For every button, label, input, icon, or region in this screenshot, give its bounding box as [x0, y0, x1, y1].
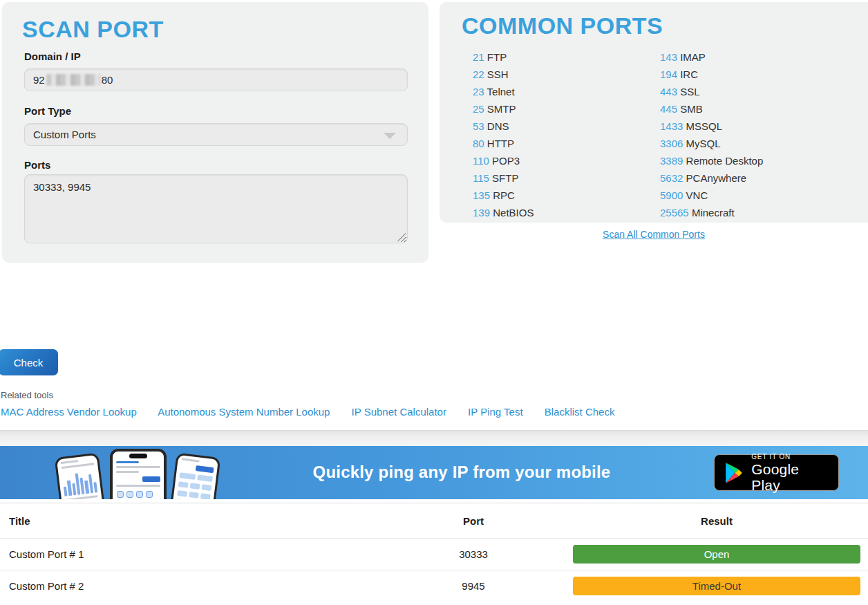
- google-play-badge[interactable]: GET IT ON Google Play: [714, 454, 839, 491]
- common-port-item: 110 POP3: [473, 152, 534, 169]
- link-blacklist-check[interactable]: Blacklist Check: [545, 406, 615, 418]
- page: SCAN PORT Domain / IP 9280 Port Type Cus…: [0, 0, 868, 605]
- common-ports-column-left: 21 FTP 22 SSH 23 Telnet 25 SMTP 53 DNS 8…: [473, 48, 534, 221]
- common-port-item: 135 RPC: [473, 187, 534, 204]
- port-type-select[interactable]: Custom Ports: [24, 123, 408, 146]
- port-number-link[interactable]: 143: [660, 51, 677, 63]
- google-play-get-it-on: GET IT ON: [751, 453, 830, 461]
- ports-textarea[interactable]: 30333, 9945: [24, 174, 408, 243]
- common-port-item: 23 Telnet: [473, 83, 534, 100]
- common-port-item: 3306 MySQL: [660, 135, 763, 152]
- common-port-item: 25 SMTP: [473, 100, 534, 118]
- common-port-item: 22 SSH: [473, 66, 534, 83]
- port-number-link[interactable]: 139: [473, 207, 490, 218]
- ports-label: Ports: [24, 159, 50, 171]
- link-mac-address-vendor-lookup[interactable]: MAC Address Vendor Lookup: [1, 406, 137, 418]
- common-ports-panel: COMMON PORTS 21 FTP 22 SSH 23 Telnet 25 …: [440, 2, 868, 223]
- banner-headline: Quickly ping any IP from your mobile: [221, 463, 702, 482]
- google-play-icon: [724, 461, 744, 485]
- common-port-item: 3389 Remote Desktop: [660, 152, 763, 169]
- link-ip-ping-test[interactable]: IP Ping Test: [468, 406, 523, 418]
- port-number-link[interactable]: 22: [473, 68, 484, 80]
- status-badge-timedout: Timed-Out: [573, 577, 860, 595]
- common-port-item: 443 SSL: [660, 83, 763, 100]
- mobile-app-banner: Quickly ping any IP from your mobile GET…: [0, 446, 868, 499]
- port-number-link[interactable]: 25565: [660, 207, 689, 218]
- port-number-link[interactable]: 443: [660, 86, 677, 97]
- scan-port-title: SCAN PORT: [22, 16, 164, 43]
- results-header-row: Title Port Result: [0, 503, 868, 538]
- common-port-item: 5632 PCAnywhere: [660, 169, 763, 187]
- google-play-label: Google Play: [751, 461, 830, 493]
- header-result: Result: [567, 515, 868, 527]
- common-port-item: 21 FTP: [473, 48, 534, 66]
- common-port-item: 80 HTTP: [473, 135, 534, 152]
- domain-ip-value-suffix: 80: [102, 74, 113, 86]
- port-number-link[interactable]: 1433: [660, 120, 683, 132]
- common-port-item: 143 IMAP: [660, 48, 763, 66]
- header-title: Title: [0, 515, 380, 527]
- chevron-down-icon: [384, 133, 396, 139]
- port-type-label: Port Type: [24, 105, 71, 117]
- common-ports-title: COMMON PORTS: [462, 12, 663, 39]
- common-port-item: 5900 VNC: [660, 187, 763, 204]
- row-title: Custom Port # 2: [0, 580, 380, 592]
- common-port-item: 194 IRC: [660, 66, 763, 83]
- divider-band: [0, 430, 868, 446]
- common-port-item: 53 DNS: [473, 118, 534, 135]
- row-port: 30333: [380, 548, 567, 560]
- port-number-link[interactable]: 194: [660, 68, 677, 80]
- common-port-item: 25565 Minecraft: [660, 204, 763, 221]
- domain-ip-input[interactable]: 9280: [24, 68, 408, 91]
- port-number-link[interactable]: 115: [473, 172, 489, 184]
- port-number-link[interactable]: 445: [660, 103, 677, 115]
- row-title: Custom Port # 1: [0, 548, 380, 560]
- table-row: Custom Port # 1 30333 Open: [0, 538, 868, 570]
- port-number-link[interactable]: 5900: [660, 189, 683, 201]
- app-phones-image: [59, 448, 221, 499]
- related-tools-label: Related tools: [1, 390, 53, 400]
- common-ports-column-right: 143 IMAP 194 IRC 443 SSL 445 SMB 1433 MS…: [660, 48, 763, 221]
- port-number-link[interactable]: 135: [473, 189, 490, 201]
- phone-mockup-right: [168, 453, 221, 499]
- check-button[interactable]: Check: [0, 349, 58, 375]
- domain-ip-label: Domain / IP: [24, 50, 81, 62]
- port-number-link[interactable]: 5632: [660, 172, 683, 184]
- domain-ip-masked-segment: [46, 74, 100, 86]
- common-port-item: 139 NetBIOS: [473, 204, 534, 221]
- scan-results-table: Title Port Result Custom Port # 1 30333 …: [0, 503, 868, 602]
- header-port: Port: [380, 515, 567, 527]
- port-number-link[interactable]: 23: [473, 86, 484, 97]
- phone-notch: [129, 454, 147, 458]
- common-port-item: 445 SMB: [660, 100, 763, 118]
- port-number-link[interactable]: 110: [473, 155, 489, 167]
- port-number-link[interactable]: 25: [473, 103, 484, 115]
- port-number-link[interactable]: 80: [473, 138, 484, 149]
- phone-mockup-left: [55, 453, 108, 499]
- port-number-link[interactable]: 21: [473, 51, 484, 63]
- row-port: 9945: [380, 580, 567, 592]
- common-port-item: 1433 MSSQL: [660, 118, 763, 135]
- domain-ip-value-prefix: 92: [33, 74, 45, 86]
- scan-port-panel: SCAN PORT Domain / IP 9280 Port Type Cus…: [2, 2, 428, 263]
- port-number-link[interactable]: 3389: [660, 155, 683, 167]
- port-number-link[interactable]: 53: [473, 120, 484, 132]
- link-ip-subnet-calculator[interactable]: IP Subnet Calculator: [352, 406, 446, 418]
- port-type-selected-value: Custom Ports: [33, 129, 96, 140]
- link-asn-lookup[interactable]: Autonomous System Number Lookup: [158, 406, 330, 418]
- port-number-link[interactable]: 3306: [660, 138, 683, 149]
- common-port-item: 115 SFTP: [473, 169, 534, 187]
- scan-all-common-ports-link[interactable]: Scan All Common Ports: [603, 229, 705, 240]
- status-badge-open: Open: [573, 545, 860, 564]
- phone-mockup-center: [110, 449, 167, 499]
- related-tools-links: MAC Address Vendor Lookup Autonomous Sys…: [1, 406, 633, 418]
- table-row: Custom Port # 2 9945 Timed-Out: [0, 570, 868, 602]
